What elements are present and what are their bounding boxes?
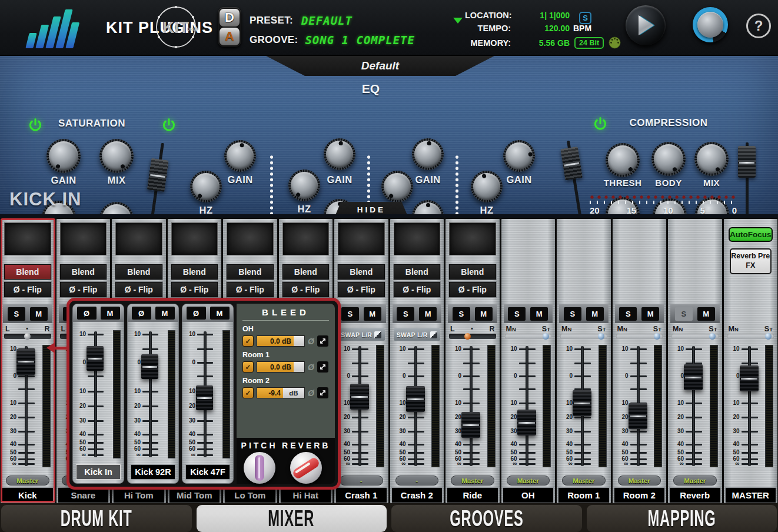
tab-drum-kit[interactable]: DRUM KIT (1, 505, 192, 532)
reverb-prefx-button[interactable]: Reverb Pre FX (730, 248, 772, 274)
blend-button[interactable]: Blend (338, 264, 385, 280)
fader-handle[interactable] (350, 384, 369, 410)
fader-handle[interactable] (87, 346, 104, 371)
solo-button[interactable]: S (397, 307, 414, 321)
fader-handle[interactable] (196, 385, 213, 410)
solo-button[interactable]: S (675, 307, 693, 321)
eq-band1-gain-knob[interactable] (224, 140, 256, 172)
pan-track[interactable] (616, 334, 663, 339)
mic-name[interactable]: Kick 92R (131, 464, 175, 480)
mute-button[interactable]: M (586, 307, 604, 321)
bleed-enable-checkbox[interactable]: ✓ (242, 361, 254, 373)
bleed-enable-checkbox[interactable]: ✓ (242, 387, 254, 398)
phase-button[interactable]: Ø (77, 307, 97, 320)
output-route-button[interactable]: - (340, 476, 383, 486)
pan-track[interactable] (560, 334, 607, 339)
mute-button[interactable]: M (530, 307, 548, 321)
channel-name[interactable]: Crash 2 (391, 487, 443, 503)
channel-name[interactable]: Kick (2, 487, 54, 503)
eq-band4-gain-knob[interactable] (503, 140, 535, 172)
phase-flip-button[interactable]: Ø - Flip (449, 282, 496, 297)
eq-band2-hz-knob[interactable] (288, 169, 320, 201)
solo-button[interactable]: S (564, 307, 581, 321)
digital-mode-label[interactable]: D (220, 9, 240, 26)
mute-button[interactable]: M (419, 307, 437, 321)
mute-button[interactable]: M (101, 307, 120, 320)
eq-band2-gain-knob[interactable] (324, 138, 355, 170)
channel-name[interactable]: Snare (58, 487, 109, 503)
mute-button[interactable]: M (210, 307, 230, 320)
comp-mix-knob[interactable] (694, 142, 729, 176)
channel-name[interactable]: Room 2 (614, 487, 666, 503)
phase-flip-button[interactable]: Ø - Flip (171, 282, 218, 297)
preset-value[interactable]: DEFAULT (301, 14, 353, 27)
bleed-value-field[interactable]: 0.0 dB (257, 361, 305, 373)
midi-icon[interactable] (609, 36, 621, 49)
comp-thresh-knob[interactable] (606, 143, 640, 177)
channel-name[interactable]: Mid Tom (169, 487, 221, 503)
saturation-gain-knob[interactable] (46, 139, 81, 173)
phase-flip-button[interactable]: Ø - Flip (4, 282, 51, 297)
pan-handle[interactable] (709, 333, 716, 340)
pan-control[interactable]: SWAP L/R (394, 325, 441, 344)
tab-grooves[interactable]: GROOVES (391, 505, 582, 532)
eq-band4-hz-knob[interactable] (471, 171, 503, 202)
mute-button[interactable]: M (155, 307, 175, 320)
expand-icon-button[interactable] (317, 361, 328, 373)
solo-button[interactable]: S (619, 307, 637, 321)
channel-name[interactable]: MASTER (725, 487, 777, 503)
channel-name[interactable]: OH (503, 487, 554, 503)
blend-button[interactable]: Blend (449, 264, 496, 280)
comp-body-knob[interactable] (651, 142, 686, 176)
pan-control[interactable]: SWAP L/R (338, 325, 385, 344)
fader-handle[interactable] (141, 354, 158, 379)
solo-button[interactable]: S (8, 307, 25, 321)
blend-button[interactable]: Blend (115, 264, 162, 280)
digital-analog-switch[interactable]: D A (218, 7, 241, 47)
fader-track[interactable] (526, 346, 528, 466)
phase-button[interactable]: Ø (187, 307, 206, 320)
phase-flip-button[interactable]: Ø - Flip (115, 282, 162, 297)
phase-button[interactable]: Ø (132, 307, 151, 320)
play-button[interactable] (626, 5, 666, 45)
eq-band3-q-knob[interactable] (412, 200, 444, 218)
bleed-enable-checkbox[interactable]: ✓ (242, 335, 254, 347)
channel-name[interactable]: Reverb (669, 487, 721, 503)
pan-track[interactable] (449, 334, 496, 339)
mute-button[interactable]: M (475, 307, 493, 321)
comp-output-slider[interactable] (738, 142, 756, 218)
groove-dropdown-icon[interactable] (453, 18, 463, 24)
channel-name[interactable]: Hi Tom (113, 487, 165, 503)
solo-button[interactable]: S (508, 307, 526, 321)
fx-preset-selector[interactable]: Default (266, 56, 494, 76)
eq-band3-gain-knob[interactable] (412, 138, 444, 170)
pan-control[interactable]: MNST (616, 325, 663, 344)
bit-depth-badge[interactable]: 24 Bit (574, 37, 604, 49)
fader-track[interactable] (470, 346, 473, 466)
pan-track[interactable] (4, 334, 51, 339)
expand-icon-button[interactable] (317, 387, 328, 398)
pan-control[interactable]: MNST (727, 325, 774, 344)
pan-handle[interactable] (765, 333, 772, 340)
tab-mixer[interactable]: MIXER (197, 505, 387, 532)
output-route-button[interactable]: Master (6, 476, 49, 486)
phase-flip-button[interactable]: Ø - Flip (338, 282, 385, 297)
channel-name[interactable]: Lo Tom (224, 487, 276, 503)
fader-handle[interactable] (461, 412, 480, 438)
pan-track[interactable] (671, 334, 719, 339)
fader-track[interactable] (748, 346, 751, 466)
pan-track[interactable] (505, 334, 552, 339)
blend-button[interactable]: Blend (171, 264, 218, 280)
channel-name[interactable]: Hi Hat (280, 487, 332, 503)
blend-button[interactable]: Blend (4, 264, 51, 280)
output-route-button[interactable]: Master (673, 476, 717, 486)
channel-name[interactable]: Room 1 (558, 487, 610, 503)
fader-handle[interactable] (16, 349, 35, 375)
pan-control[interactable]: MNST (505, 325, 552, 344)
pan-handle[interactable] (24, 333, 31, 340)
solo-button[interactable]: S (341, 307, 359, 321)
saturation-lpf-knob[interactable] (99, 202, 134, 218)
mute-button[interactable]: M (30, 307, 48, 321)
groove-value[interactable]: SONG 1 COMPLETE (305, 34, 415, 46)
swap-lr-button[interactable]: SWAP L/R (338, 328, 385, 341)
